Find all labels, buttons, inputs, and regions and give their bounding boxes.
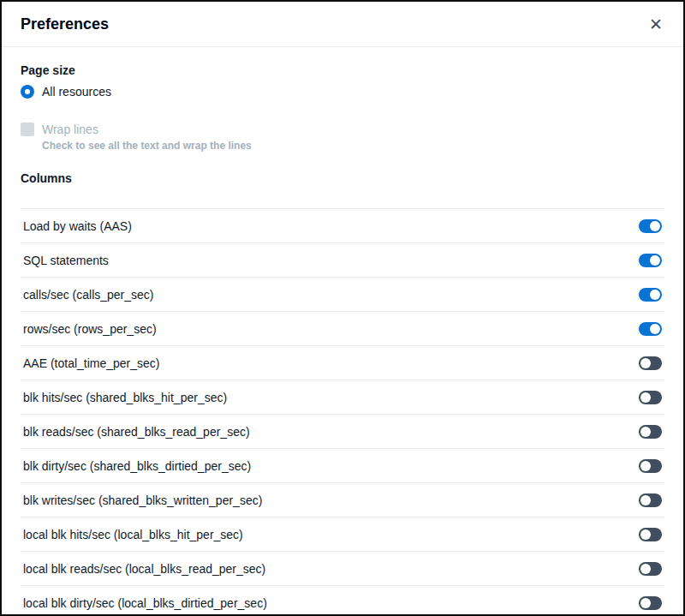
column-row: rows/sec (rows_per_sec) — [21, 311, 664, 345]
toggle-knob-icon — [650, 221, 660, 231]
column-row: blk writes/sec (shared_blks_written_per_… — [21, 482, 664, 517]
column-row: AAE (total_time_per_sec) — [21, 345, 664, 380]
toggle-knob-icon — [640, 392, 651, 403]
radio-selected-icon[interactable] — [21, 85, 34, 99]
toggle-switch[interactable] — [639, 562, 662, 576]
toggle-knob-icon — [640, 598, 651, 608]
column-row-label: calls/sec (calls_per_sec) — [23, 288, 154, 302]
dialog-content: Page size All resources Wrap lines Check… — [2, 63, 683, 616]
column-row-label: blk hits/sec (shared_blks_hit_per_sec) — [23, 391, 227, 404]
column-row-label: local blk reads/sec (local_blks_read_per… — [23, 562, 265, 576]
checkbox-disabled-icon[interactable] — [21, 123, 34, 136]
toggle-knob-icon — [650, 255, 660, 266]
column-row: blk reads/sec (shared_blks_read_per_sec) — [21, 414, 664, 448]
toggle-knob-icon — [640, 495, 651, 505]
toggle-switch[interactable] — [639, 219, 662, 233]
toggle-switch[interactable] — [639, 391, 662, 404]
column-row-label: rows/sec (rows_per_sec) — [23, 322, 157, 336]
preferences-dialog: Preferences ✕ Page size All resources Wr… — [0, 0, 685, 616]
toggle-switch[interactable] — [639, 493, 662, 507]
toggle-knob-icon — [650, 290, 660, 300]
toggle-switch[interactable] — [639, 254, 662, 267]
column-row-label: blk dirty/sec (shared_blks_dirtied_per_s… — [23, 459, 251, 473]
dialog-header: Preferences ✕ — [2, 2, 683, 47]
column-row: Load by waits (AAS) — [21, 208, 664, 242]
wrap-lines-field: Wrap lines Check to see all the text and… — [21, 122, 664, 152]
dialog-title: Preferences — [21, 13, 109, 35]
radio-option-label: All resources — [42, 84, 111, 99]
column-row: blk dirty/sec (shared_blks_dirtied_per_s… — [21, 448, 664, 482]
column-row-label: Load by waits (AAS) — [23, 219, 132, 233]
column-row: SQL statements — [21, 242, 664, 277]
column-row-label: blk reads/sec (shared_blks_read_per_sec) — [23, 425, 250, 439]
toggle-knob-icon — [640, 427, 651, 437]
page-size-label: Page size — [21, 63, 664, 77]
column-row-label: local blk hits/sec (local_blks_hit_per_s… — [23, 528, 243, 541]
toggle-switch[interactable] — [639, 596, 662, 610]
toggle-switch[interactable] — [639, 425, 662, 439]
toggle-knob-icon — [640, 461, 651, 471]
toggle-knob-icon — [640, 529, 651, 540]
close-icon: ✕ — [649, 15, 663, 33]
toggle-switch[interactable] — [639, 459, 662, 473]
column-row-label: blk writes/sec (shared_blks_written_per_… — [23, 493, 262, 507]
toggle-switch[interactable] — [639, 322, 662, 336]
columns-label: Columns — [21, 171, 664, 185]
column-row-label: AAE (total_time_per_sec) — [23, 356, 160, 370]
wrap-lines-label: Wrap lines — [42, 122, 98, 137]
radio-option-all-resources[interactable]: All resources — [21, 84, 664, 99]
columns-toggle-list: Load by waits (AAS) SQL statements calls… — [21, 208, 664, 616]
wrap-lines-checkbox-row[interactable]: Wrap lines — [21, 122, 664, 137]
column-row-label: local blk dirty/sec (local_blks_dirtied_… — [23, 596, 267, 610]
wrap-lines-description: Check to see all the text and wrap the l… — [42, 140, 664, 152]
close-button[interactable]: ✕ — [647, 15, 664, 34]
toggle-knob-icon — [650, 324, 660, 334]
column-row: local blk dirty/sec (local_blks_dirtied_… — [21, 585, 664, 616]
toggle-knob-icon — [640, 358, 651, 368]
toggle-switch[interactable] — [639, 288, 662, 302]
column-row: calls/sec (calls_per_sec) — [21, 277, 664, 311]
column-row-label: SQL statements — [23, 254, 109, 267]
column-row: local blk reads/sec (local_blks_read_per… — [21, 551, 664, 585]
toggle-switch[interactable] — [639, 528, 662, 541]
toggle-knob-icon — [640, 564, 651, 574]
column-row: blk hits/sec (shared_blks_hit_per_sec) — [21, 380, 664, 414]
toggle-switch[interactable] — [639, 356, 662, 370]
column-row: local blk hits/sec (local_blks_hit_per_s… — [21, 517, 664, 551]
